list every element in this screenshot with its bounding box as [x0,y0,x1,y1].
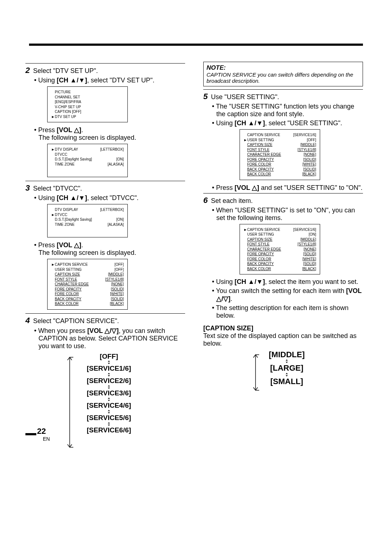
osd-menu-row: BACK COLOR[BLACK] [244,172,316,177]
bullet: When "USER SETTING" is set to "ON", you … [212,207,363,222]
osd-menu-row: FORE COLOR[WHITE] [51,292,124,297]
svg-marker-6 [108,375,110,377]
flow-item: [SERVICE3/6] [76,390,142,397]
text: . [81,241,83,249]
note-text: CAPTION SERVICE you can switch differs d… [207,72,360,84]
up-down-arrow-icon [76,397,142,402]
osd-menu-row: CHARACTER EDGE[NONE] [51,282,124,287]
osd-menu-value: [NONE] [304,247,316,252]
osd-menu-row: ►CAPTION SERVICE[SERVICE1/6] [244,227,316,232]
osd-menu-row: CHANNEL SET [51,95,124,100]
step-5-title: 5 Use "USER SETTING". [203,92,363,101]
osd-menu-value: [ALASKA] [108,222,124,227]
osd-menu-value: [WHITE] [302,162,316,167]
osd-menu-label: DTV SET UP [55,114,76,119]
osd-menu-value: [LETTERBOX] [100,207,124,212]
osd-menu-row: CAPTION [OFF] [51,109,124,114]
osd-menu-value: [SERVICE1/6] [293,133,316,138]
bullet: Press [VOL △]. The following screen is d… [34,241,185,257]
osd-menu-value: [NONE] [111,282,124,287]
osd-menu-row: [ENG]/ESP/FRA [51,99,124,105]
page-lang: EN [43,436,50,442]
text: and set "USER SETTING" to "ON". [259,184,363,191]
button-ref: [CH ▲/▼] [234,119,265,127]
osd-menu-label: USER SETTING [247,138,274,143]
section-rule [25,63,185,64]
button-ref: [VOL △] [57,241,81,249]
svg-marker-3 [108,360,110,362]
text: Press [38,241,57,249]
step-text: Use "USER SETTING". [211,93,279,101]
osd-menu-label: DTVCC [55,152,67,157]
step-2-bullets: Using [CH ▲/▼], select "DTV SET UP". [34,77,185,84]
bullet: Press [VOL △] and set "USER SETTING" to … [212,184,363,192]
osd-menu-row: FONT STYLE[STYLE1/8] [244,147,316,152]
caption-size-flow: [MIDDLE][LARGE][SMALL] [261,350,312,386]
osd-menu-row: BACK COLOR[BLACK] [51,301,124,306]
osd-menu-row: FORE OPACITY[SOLID] [51,287,124,292]
page-bar-icon [25,433,36,435]
selection-indicator-icon: ► [51,147,55,152]
flow-item: [SERVICE1/6] [76,365,142,372]
caption-size-text: Text size of the displayed caption can b… [203,332,363,347]
text: , select "DTV SET UP". [87,77,155,84]
osd-menu-row: BACK OPACITY[SOLID] [51,297,124,302]
step-5-bullets-2: Press [VOL △] and set "USER SETTING" to … [212,184,363,192]
osd-menu-label: CHARACTER EDGE [247,247,281,252]
caption-service-flow: [OFF][SERVICE1/6][SERVICE2/6][SERVICE3/6… [76,353,142,434]
osd-menu-label: V-CHIP SET UP [55,105,81,110]
osd-menu-label: CHARACTER EDGE [247,152,281,157]
text: , select "USER SETTING". [265,119,342,127]
step-5-bullets: The "USER SETTING" function lets you cha… [212,103,363,127]
osd-menu-row: FORE COLOR[WHITE] [244,257,316,262]
text: Using [216,278,234,285]
text: . [230,295,232,302]
flow-item: [LARGE] [261,364,312,372]
bullet: The "USER SETTING" function lets you cha… [212,103,363,118]
osd-menu-row: ►DTV SET UP [51,114,124,119]
bullet: Press [VOL △]. The following screen is d… [34,126,185,142]
text: You can switch the setting for each item… [216,287,346,294]
text: . [81,126,83,134]
osd-menu-label: PICTURE [55,90,71,95]
osd-menu-value: [ON] [309,232,316,237]
up-down-arrow-icon [76,360,142,365]
osd-menu-label: FORE COLOR [55,292,79,297]
bullet: You can switch the setting for each item… [212,287,363,303]
flow-item: [OFF] [76,353,142,360]
osd-menu-value: [SOLID] [303,167,316,172]
osd-menu-label: FONT STYLE [247,147,270,152]
osd-menu-label: D.S.T.[Daylight Saving] [55,217,92,222]
osd-menu-box: DTV DISPLAY[LETTERBOX]►DTVCCD.S.T.[Dayli… [47,204,128,237]
osd-menu-row: D.S.T.[Daylight Saving][ON] [51,217,124,222]
text: Using [38,77,57,84]
osd-menu-label: CAPTION SIZE [55,272,80,277]
text: The following screen is displayed. [38,249,136,256]
osd-menu-label: DTV DISPLAY [55,207,78,212]
osd-menu-label: CHARACTER EDGE [55,282,89,287]
page-number: 22 [37,427,50,436]
osd-menu-value: [NONE] [304,152,316,157]
bullet: The setting description for each item is… [212,304,363,319]
selection-indicator-icon: ► [51,212,55,217]
osd-menu-label: USER SETTING [55,267,82,272]
osd-menu-value: [BLACK] [110,301,124,306]
section-rule [25,181,185,181]
osd-menu-value: [ALASKA] [108,162,124,167]
osd-menu-value: [OFF] [114,262,124,267]
osd-menu-row: FORE OPACITY[SOLID] [244,157,316,162]
svg-marker-18 [286,359,288,361]
osd-menu-row: DTV DISPLAY[LETTERBOX] [51,207,124,212]
svg-marker-10 [108,400,110,402]
svg-marker-14 [108,425,110,426]
text: The setting description for each item is… [216,304,348,319]
osd-menu-value: [SOLID] [303,252,316,257]
selection-indicator-icon: ► [51,262,55,267]
svg-marker-7 [108,385,110,387]
up-down-arrow-icon [261,372,312,377]
osd-menu-label: CAPTION SIZE [247,237,272,242]
text: The "USER SETTING" function lets you cha… [216,103,354,118]
osd-menu-label: TIME ZONE [55,162,74,167]
svg-marker-13 [108,422,110,424]
step-text: Select "DTV SET UP". [33,67,98,74]
